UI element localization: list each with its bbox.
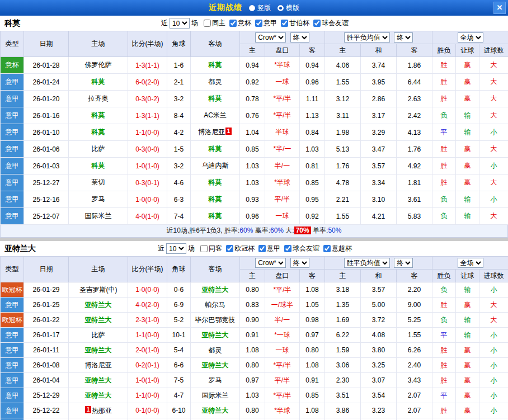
result-handicap: 输 xyxy=(456,107,479,124)
filter-option[interactable]: 意甲 xyxy=(258,244,280,253)
away-team-name[interactable]: AC米兰 xyxy=(204,111,227,119)
result-wdl: 胜 xyxy=(432,174,456,191)
result-wdl: 胜 xyxy=(432,57,456,74)
match-date: 26-01-10 xyxy=(24,124,69,141)
red-card-badge: 1 xyxy=(225,128,232,135)
home-team-name[interactable]: 亚特兰大 xyxy=(85,391,112,399)
away-team-name[interactable]: 科莫 xyxy=(209,145,222,153)
ah-away-odds: 1.13 xyxy=(300,107,325,124)
odds-away-win: 1.55 xyxy=(397,328,432,343)
away-team-name[interactable]: 亚特兰大 xyxy=(202,361,229,369)
home-team-name[interactable]: 科莫 xyxy=(92,128,105,136)
filter-option[interactable]: 球会友谊 xyxy=(284,244,319,253)
home-team-cell: 博洛尼亚 xyxy=(69,358,128,373)
ah-stage-select[interactable]: 终 xyxy=(290,258,309,268)
away-team-name[interactable]: 博洛尼亚 xyxy=(198,128,225,136)
filter-checkbox[interactable] xyxy=(255,20,262,27)
filter-checkbox[interactable] xyxy=(229,20,237,27)
odds-home-win: 1.55 xyxy=(325,208,361,225)
filter-checkbox[interactable] xyxy=(313,20,321,27)
away-team-name[interactable]: 罗马 xyxy=(209,376,222,384)
filter-checkbox[interactable] xyxy=(226,245,233,252)
filter-checkbox[interactable] xyxy=(200,245,208,252)
away-team-name[interactable]: 科莫 xyxy=(209,212,222,220)
odds-away-win: 1.76 xyxy=(397,141,432,158)
league-cell: 意甲 xyxy=(1,124,24,141)
away-team-name[interactable]: 都灵 xyxy=(209,346,222,354)
away-team-name[interactable]: 国际米兰 xyxy=(202,391,229,399)
home-team-name[interactable]: 亚特兰大 xyxy=(85,376,112,384)
home-team-name[interactable]: 博洛尼亚 xyxy=(85,361,112,369)
odds-draw: 3.47 xyxy=(361,141,397,158)
layout-option-vertical[interactable]: 竖版 xyxy=(249,3,271,13)
ah-book-select[interactable]: Crow* xyxy=(255,258,286,268)
filter-option[interactable]: 球会友谊 xyxy=(313,18,349,28)
odds-draw: 3.29 xyxy=(361,124,397,141)
ah-away-odds: 0.80 xyxy=(300,343,325,358)
filter-option[interactable]: 欧冠杯 xyxy=(226,244,255,253)
home-team-name[interactable]: 亚特兰大 xyxy=(85,301,112,309)
home-team-cell: 亚特兰大 xyxy=(69,343,128,358)
away-team-name[interactable]: 毕尔巴鄂竞技 xyxy=(195,316,236,324)
home-team-name[interactable]: 莱切 xyxy=(92,178,105,186)
away-team-name[interactable]: 亚特兰大 xyxy=(202,407,229,414)
odds-away-win: 2.20 xyxy=(397,282,432,298)
ah-stage-select[interactable]: 终 xyxy=(290,32,309,43)
away-team-name[interactable]: 科莫 xyxy=(209,61,222,69)
scope-select[interactable]: 全场 xyxy=(458,258,483,268)
home-team-name[interactable]: 国际米兰 xyxy=(85,212,112,220)
away-team-cell: 科莫 xyxy=(191,141,240,158)
home-team-name[interactable]: 科莫 xyxy=(92,162,105,169)
home-team-name[interactable]: 热那亚 xyxy=(92,407,112,414)
home-team-name[interactable]: 亚特兰大 xyxy=(85,316,112,324)
filter-checkbox[interactable] xyxy=(284,245,291,252)
odds-book-select[interactable]: 胜平负均值 xyxy=(344,32,390,43)
filter-option[interactable]: 甘伯杯 xyxy=(281,18,309,28)
recent-count-select[interactable]: 10 xyxy=(166,243,186,254)
ah-home-odds: 1.08 xyxy=(240,343,265,358)
home-team-name[interactable]: 比萨 xyxy=(92,331,105,339)
home-team-name[interactable]: 佛罗伦萨 xyxy=(85,61,112,69)
match-row: 意甲 25-12-29 亚特兰大 1-1(0-0) 4-7 国际米兰 1.03 … xyxy=(1,388,508,403)
filter-option[interactable]: 意甲 xyxy=(255,18,277,28)
home-team-name[interactable]: 拉齐奥 xyxy=(88,95,109,102)
scope-select[interactable]: 全场 xyxy=(458,32,483,43)
filter-checkbox[interactable] xyxy=(323,245,331,252)
odds-book-select[interactable]: 胜平负均值 xyxy=(344,258,390,268)
home-team-name[interactable]: 亚特兰大 xyxy=(85,346,112,354)
odds-stage-select[interactable]: 终 xyxy=(394,258,413,268)
away-team-cell: 科莫 xyxy=(191,57,240,74)
away-team-name[interactable]: 帕尔马 xyxy=(205,301,225,309)
home-team-name[interactable]: 罗马 xyxy=(92,195,105,203)
filter-checkbox[interactable] xyxy=(281,20,288,27)
odds-stage-select[interactable]: 终 xyxy=(394,32,413,43)
away-team-name[interactable]: 都灵 xyxy=(209,78,222,86)
home-team-name[interactable]: 比萨 xyxy=(92,145,105,153)
home-team-name[interactable]: 科莫 xyxy=(92,78,105,86)
match-row: 意甲 25-12-16 罗马 1-0(0-0) 6-3 科莫 0.93 平/半 … xyxy=(1,191,508,208)
home-team-name[interactable]: 圣吉罗斯(中) xyxy=(79,286,117,294)
away-team-name[interactable]: 亚特兰大 xyxy=(202,286,229,294)
filter-option[interactable]: 意超杯 xyxy=(323,244,352,253)
summary-segment: 70% xyxy=(294,226,311,234)
home-team-name[interactable]: 科莫 xyxy=(92,111,105,119)
ah-book-select[interactable]: Crow* xyxy=(255,32,286,43)
league-badge: 意甲 xyxy=(1,107,23,124)
away-team-name[interactable]: 科莫 xyxy=(209,195,222,203)
away-team-name[interactable]: 乌迪内斯 xyxy=(202,162,229,169)
away-team-name[interactable]: 亚特兰大 xyxy=(202,331,229,339)
filter-option[interactable]: 意杯 xyxy=(229,18,251,28)
result-wdl: 胜 xyxy=(432,298,456,313)
match-row: 欧冠杯 26-01-29 圣吉罗斯(中) 1-0(0-0) 0-6 亚特兰大 0… xyxy=(1,282,508,298)
filter-option[interactable]: 同主 xyxy=(204,18,225,28)
recent-count-select[interactable]: 10 xyxy=(170,18,190,29)
ah-handicap-line: *半球 xyxy=(265,403,300,418)
away-team-name[interactable]: 科莫 xyxy=(209,178,222,186)
close-button[interactable]: ✕ xyxy=(493,2,506,14)
filter-checkbox[interactable] xyxy=(204,20,211,27)
layout-option-horizontal[interactable]: 横版 xyxy=(277,3,299,13)
corners-score: 6-6 xyxy=(167,358,191,373)
filter-checkbox[interactable] xyxy=(258,245,266,252)
filter-option[interactable]: 同客 xyxy=(200,244,222,253)
away-team-name[interactable]: 科莫 xyxy=(209,95,222,102)
